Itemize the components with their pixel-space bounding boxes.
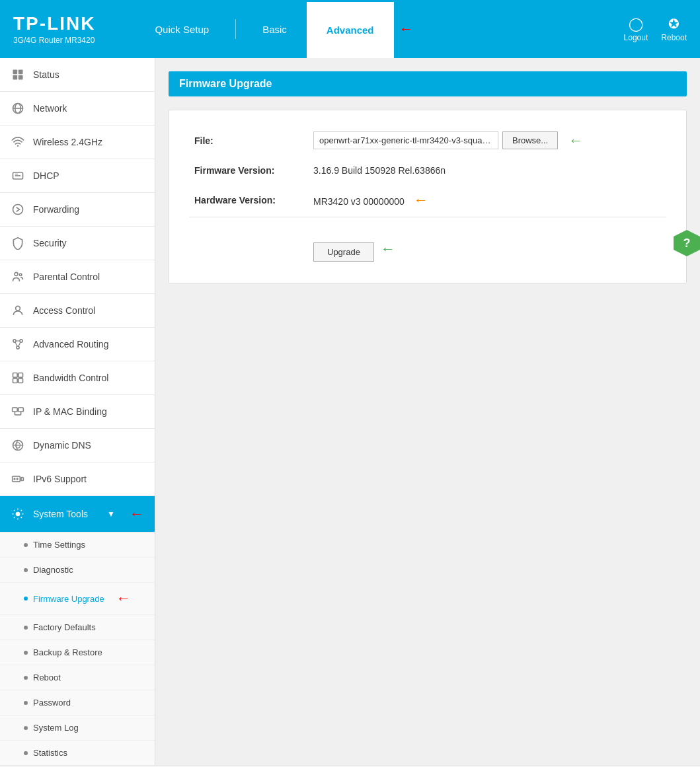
svg-line-20	[19, 342, 20, 347]
nav-separator	[235, 19, 236, 39]
hardware-version-label: Hardware Version:	[189, 184, 308, 217]
sidebar-item-dhcp[interactable]: DHCP	[0, 159, 155, 193]
submenu-item-reboot[interactable]: Reboot	[0, 665, 155, 690]
submenu-item-firmware[interactable]: Firmware Upgrade ←	[0, 583, 155, 615]
security-icon	[11, 236, 25, 250]
submenu-item-backup[interactable]: Backup & Restore	[0, 640, 155, 665]
file-field-cell: Browse... ←	[308, 124, 666, 157]
submenu: Time Settings Diagnostic Firmware Upgrad…	[0, 532, 155, 766]
hardware-arrow: ←	[414, 192, 428, 209]
sidebar-item-wireless[interactable]: Wireless 2.4GHz	[0, 126, 155, 159]
svg-rect-2	[13, 75, 18, 80]
svg-rect-1	[19, 70, 23, 75]
submenu-item-syslog[interactable]: System Log	[0, 715, 155, 741]
submenu-item-statistics[interactable]: Statistics	[0, 741, 155, 766]
sidebar-item-status[interactable]: Status	[0, 58, 155, 92]
svg-point-15	[13, 340, 16, 342]
system-icon	[11, 507, 25, 521]
sidebar-item-ipv6[interactable]: IPv6 Support	[0, 462, 155, 496]
form-table: File: Browse... ← Firmware Version: 3.16…	[189, 124, 666, 270]
sidebar-item-ipmac[interactable]: IP & MAC Binding	[0, 395, 155, 429]
hardware-version-value: MR3420 v3 00000000	[313, 196, 405, 207]
bullet-syslog	[24, 726, 28, 730]
content-card: File: Browse... ← Firmware Version: 3.16…	[169, 110, 687, 283]
browse-arrow: ←	[568, 132, 583, 149]
forwarding-icon	[11, 202, 25, 217]
svg-point-7	[17, 145, 19, 147]
file-input-group: Browse... ←	[313, 131, 661, 149]
svg-point-16	[20, 340, 22, 342]
bullet-statistics	[24, 751, 28, 755]
bullet-time	[24, 543, 28, 547]
sidebar-label-wireless: Wireless 2.4GHz	[33, 137, 144, 147]
svg-rect-33	[21, 478, 23, 481]
bullet-firmware	[24, 597, 28, 601]
svg-rect-24	[19, 379, 23, 383]
status-icon	[11, 67, 25, 82]
header-right: ◯ Logout ✪ Reboot	[624, 16, 687, 42]
logo: TP-LINK	[13, 13, 95, 34]
bullet-diagnostic	[24, 568, 28, 572]
logo-area: TP-LINK 3G/4G Router MR3420	[13, 13, 95, 45]
hardware-version-row: Hardware Version: MR3420 v3 00000000 ←	[189, 184, 666, 217]
routing-icon	[11, 337, 25, 351]
sidebar-label-routing: Advanced Routing	[33, 339, 144, 349]
svg-rect-26	[19, 408, 24, 412]
sidebar-item-bandwidth[interactable]: Bandwidth Control	[0, 361, 155, 395]
svg-point-14	[16, 306, 20, 311]
chevron-down-icon: ▼	[107, 509, 115, 519]
tab-quick-setup[interactable]: Quick Setup	[135, 0, 229, 58]
file-input[interactable]	[313, 131, 498, 149]
firmware-version-value: 3.16.9 Build 150928 Rel.63866n	[308, 157, 666, 184]
submenu-item-time[interactable]: Time Settings	[0, 532, 155, 558]
access-icon	[11, 303, 25, 318]
file-row: File: Browse... ←	[189, 124, 666, 157]
section-title: Firmware Upgrade	[169, 71, 687, 96]
svg-point-13	[20, 274, 22, 275]
logout-icon: ◯	[629, 16, 643, 32]
svg-point-35	[17, 478, 19, 480]
network-icon	[11, 101, 25, 116]
submenu-item-diagnostic[interactable]: Diagnostic	[0, 558, 155, 583]
svg-rect-3	[19, 75, 23, 80]
svg-rect-21	[13, 373, 18, 378]
upgrade-button[interactable]: Upgrade	[313, 242, 374, 262]
svg-point-11	[13, 205, 23, 215]
dhcp-icon	[11, 168, 25, 183]
sidebar-label-security: Security	[33, 238, 144, 248]
sidebar-item-network[interactable]: Network	[0, 92, 155, 126]
upgrade-spacer	[189, 228, 308, 270]
browse-button[interactable]: Browse...	[502, 131, 558, 149]
ddns-icon	[11, 438, 25, 453]
sidebar-item-security[interactable]: Security	[0, 227, 155, 260]
system-arrow: ←	[130, 505, 144, 523]
wireless-icon	[11, 135, 25, 149]
bullet-password	[24, 701, 28, 705]
svg-point-36	[17, 513, 20, 516]
tab-basic[interactable]: Basic	[243, 0, 307, 58]
sidebar-item-access[interactable]: Access Control	[0, 294, 155, 328]
bullet-reboot	[24, 676, 28, 680]
content: Firmware Upgrade File: Browse... ← Firmw…	[155, 58, 700, 766]
svg-rect-22	[19, 373, 23, 378]
sidebar-label-forwarding: Forwarding	[33, 204, 144, 215]
nav-tabs: Quick Setup Basic Advanced ←	[135, 0, 623, 58]
reboot-icon: ✪	[668, 16, 680, 32]
submenu-item-password[interactable]: Password	[0, 690, 155, 715]
logo-subtitle: 3G/4G Router MR3420	[13, 36, 95, 45]
submenu-item-factory[interactable]: Factory Defaults	[0, 615, 155, 640]
sidebar-item-system[interactable]: System Tools ▼ ←	[0, 496, 155, 532]
tab-advanced[interactable]: Advanced	[307, 0, 394, 58]
footer: Firmware Version:3.16.9 Build 150928 Rel…	[0, 766, 700, 769]
sidebar-item-ddns[interactable]: Dynamic DNS	[0, 429, 155, 462]
reboot-button[interactable]: ✪ Reboot	[661, 16, 687, 42]
svg-point-34	[13, 478, 15, 480]
upgrade-cell: Upgrade ←	[308, 228, 666, 270]
svg-point-12	[15, 272, 18, 275]
sidebar: Status Network Wireless 2.4GHz DHCP Forw	[0, 58, 155, 766]
sidebar-item-parental[interactable]: Parental Control	[0, 260, 155, 294]
header: TP-LINK 3G/4G Router MR3420 Quick Setup …	[0, 0, 700, 58]
sidebar-item-routing[interactable]: Advanced Routing	[0, 328, 155, 361]
sidebar-item-forwarding[interactable]: Forwarding	[0, 193, 155, 227]
logout-button[interactable]: ◯ Logout	[624, 16, 648, 42]
